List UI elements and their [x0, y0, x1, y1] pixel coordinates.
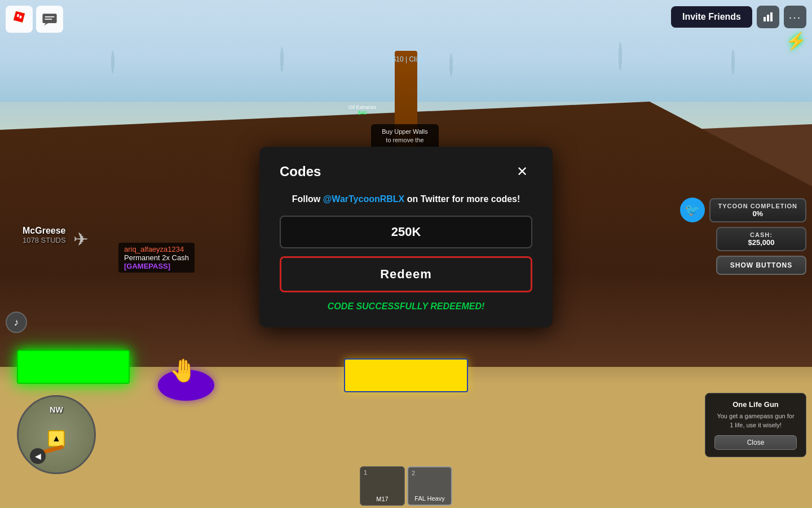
twitter-icon[interactable]: 🐦	[680, 198, 705, 222]
dialog-title: Codes	[280, 164, 321, 179]
code-input[interactable]	[280, 216, 532, 248]
roblox-chat-button[interactable]	[36, 6, 63, 33]
top-right-area: Invite Friends ···	[671, 6, 806, 28]
green-platform	[17, 350, 130, 384]
one-life-gun-popup: One Life Gun You get a gamepass gun for …	[705, 393, 806, 457]
hotbar-slot-2[interactable]: 2 FAL Heavy	[407, 466, 452, 506]
show-buttons-button[interactable]: SHOW BUTTONS	[716, 256, 806, 275]
yellow-platform	[344, 358, 468, 392]
oil-extractor-label: Oil Extractor $40	[348, 104, 377, 116]
player-info: McGreese 1078 STUDS	[23, 226, 66, 244]
one-life-gun-title: One Life Gun	[714, 400, 797, 409]
dialog-close-button[interactable]: ✕	[512, 163, 532, 181]
svg-rect-9	[767, 15, 769, 21]
hotbar: 1 M17 2 FAL Heavy	[358, 464, 454, 508]
leaderboard-button[interactable]	[757, 6, 779, 28]
tycoon-completion-label: TYCOON COMPLETION	[718, 203, 797, 209]
cash-value: $25,000	[725, 238, 797, 247]
player-studs: 1078 STUDS	[23, 236, 66, 244]
slot-2-number: 2	[412, 470, 415, 476]
codes-dialog: Codes ✕ Follow @WarTycoonRBLX on Twitter…	[259, 147, 553, 327]
tycoon-completion-button[interactable]: TYCOON COMPLETION 0%	[709, 198, 806, 222]
twitter-handle: @WarTycoonRBLX	[323, 194, 405, 204]
follow-prefix: Follow	[292, 194, 323, 204]
lightning-icon: ⚡	[785, 31, 806, 51]
cash-label: CASH:	[725, 231, 797, 238]
click-text: +$10 | Click	[389, 55, 424, 63]
slot-1-label: M17	[376, 496, 388, 503]
oil-price: $40	[348, 110, 377, 116]
svg-rect-4	[42, 14, 56, 23]
minimap-back-button[interactable]: ◀	[30, 448, 46, 464]
airplane-icon: ✈	[73, 229, 89, 250]
minimap-direction: NW	[50, 405, 63, 414]
player-name: McGreese	[23, 226, 66, 236]
roblox-home-button[interactable]	[6, 6, 33, 33]
username-text: ariq_alfaeyza1234	[124, 245, 189, 253]
one-life-gun-description: You get a gamepass gun for 1 life, use i…	[714, 412, 797, 430]
username-popup: ariq_alfaeyza1234 Permanent 2x Cash [GAM…	[118, 243, 195, 273]
svg-marker-7	[44, 23, 48, 25]
dialog-header: Codes ✕	[280, 163, 532, 181]
follow-suffix: on Twitter for more codes!	[404, 194, 520, 204]
redeem-button[interactable]: Redeem	[280, 256, 532, 292]
right-panel: 🐦 TYCOON COMPLETION 0% CASH: $25,000 SHO…	[680, 198, 806, 275]
gamepass-badge: [GAMEPASS]	[124, 262, 189, 270]
hotbar-slot-1[interactable]: 1 M17	[360, 466, 405, 506]
follow-text: Follow @WarTycoonRBLX on Twitter for mor…	[280, 194, 532, 204]
minimap: NW ▲ ◀	[17, 395, 96, 474]
cash-button[interactable]: CASH: $25,000	[716, 227, 806, 251]
top-left-buttons	[6, 6, 63, 33]
svg-rect-10	[770, 12, 773, 21]
slot-2-label: FAL Heavy	[414, 495, 444, 502]
item-name-text: Permanent 2x Cash	[124, 253, 189, 262]
more-options-button[interactable]: ···	[784, 6, 806, 28]
one-life-gun-close-button[interactable]: Close	[714, 435, 797, 450]
svg-rect-8	[764, 17, 766, 21]
music-icon[interactable]: ♪	[6, 312, 27, 333]
green-character: 🤚	[169, 357, 197, 384]
tycoon-completion-value: 0%	[718, 209, 797, 218]
invite-friends-button[interactable]: Invite Friends	[671, 6, 752, 28]
twitter-row: 🐦 TYCOON COMPLETION 0%	[680, 198, 806, 222]
slot-1-number: 1	[364, 469, 367, 476]
success-message: CODE SUCCESSFULLY REDEEMED!	[280, 301, 532, 312]
